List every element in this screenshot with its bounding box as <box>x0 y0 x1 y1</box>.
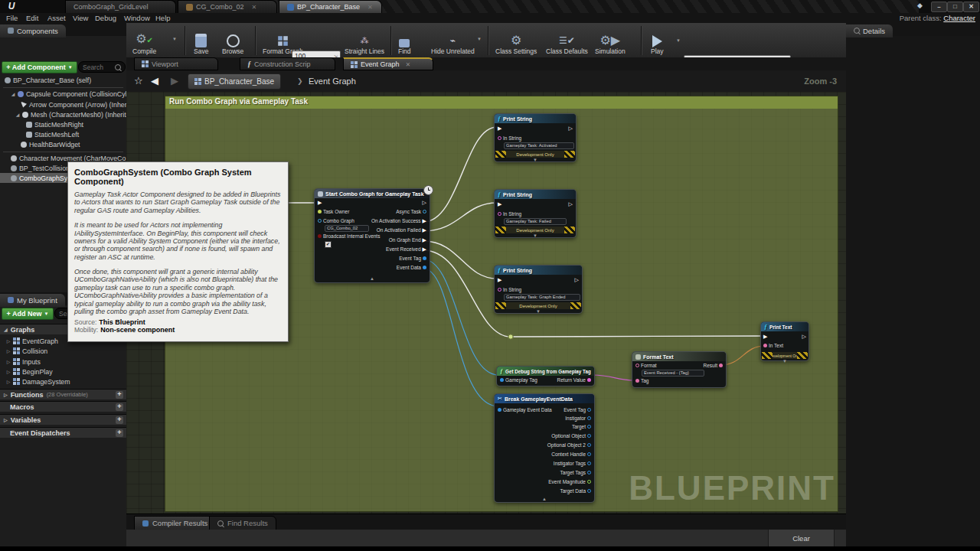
expander-icon[interactable]: ▷ <box>6 359 11 364</box>
maximize-button[interactable]: □ <box>947 2 963 12</box>
tab-find-results[interactable]: Find Results <box>209 516 276 530</box>
in-string-pin[interactable]: In String <box>498 211 521 217</box>
browse-button[interactable]: Browse <box>222 24 243 55</box>
target-data-pin[interactable]: Target Data <box>560 488 591 494</box>
collapse-icon[interactable]: ▼ <box>782 359 787 364</box>
menu-window[interactable]: Window <box>124 14 150 22</box>
breadcrumb-asset[interactable]: BP_Character_Base <box>188 73 281 90</box>
add-new-button[interactable]: + Add New▼ <box>2 308 54 320</box>
event-received-pin[interactable]: ▶Event Received <box>386 246 426 252</box>
return-value-pin[interactable]: Return Value <box>557 377 591 383</box>
optional-object-pin[interactable]: Optional Object <box>551 433 591 439</box>
gameplay-tag-pin[interactable]: Gameplay Tag <box>500 377 537 383</box>
result-pin[interactable]: Result <box>704 363 723 368</box>
event-tag-pin[interactable]: Event Tag <box>399 256 426 261</box>
exec-in-pin[interactable]: ▶ <box>498 277 501 282</box>
find-button[interactable]: Find <box>398 24 411 55</box>
class-settings-button[interactable]: ⚙ Class Settings <box>495 24 537 55</box>
node-get-debug-string[interactable]: ƒ Get Debug String from Gameplay Tag Gam… <box>496 366 595 386</box>
parent-class-link[interactable]: Character <box>943 14 975 22</box>
exec-out-pin[interactable]: ▷ <box>423 200 426 205</box>
graph-row-inputs[interactable]: ▷ Inputs <box>0 357 132 367</box>
collapse-icon[interactable]: ▼ <box>533 158 537 162</box>
combo-graph-pin[interactable]: Combo Graph <box>318 218 354 223</box>
menu-help[interactable]: Help <box>155 14 171 22</box>
exec-out-pin[interactable]: ▷ <box>569 126 573 131</box>
tab-event-graph[interactable]: Event Graph ✕ <box>343 57 433 70</box>
functions-section-header[interactable]: ▷ Functions (28 Overridable) + <box>0 389 126 399</box>
component-row-mesh[interactable]: ◢ Mesh (CharacterMesh0) (Inherited <box>0 109 142 119</box>
component-row-capsule[interactable]: ◢ Capsule Component (CollisionCylin <box>0 89 137 99</box>
menu-edit[interactable]: Edit <box>26 14 38 22</box>
exec-in-pin[interactable]: ▶ <box>763 334 767 339</box>
expander-icon[interactable]: ▷ <box>6 338 11 344</box>
format-field[interactable]: Event Received - {Tag} <box>642 370 704 377</box>
collapse-icon[interactable]: ▼ <box>533 233 537 238</box>
expander-icon[interactable]: ▷ <box>6 379 11 384</box>
variables-section-header[interactable]: ▷ Variables + <box>0 414 126 425</box>
on-activation-success-pin[interactable]: ▶On Activation Success <box>371 218 426 223</box>
target-pin[interactable]: Target <box>572 424 591 429</box>
play-dropdown-icon[interactable]: ▼ <box>676 38 681 43</box>
exec-out-pin[interactable]: ▷ <box>575 277 579 282</box>
in-string-field[interactable]: Gameplay Task: Graph Ended <box>504 294 580 301</box>
format-pin[interactable]: Format <box>635 363 657 368</box>
menu-file[interactable]: File <box>6 14 18 22</box>
clear-button[interactable]: Clear <box>768 530 835 546</box>
details-tab[interactable]: Details <box>846 24 893 37</box>
exec-in-pin[interactable]: ▶ <box>498 126 501 131</box>
instigator-tags-pin[interactable]: Instigator Tags <box>554 461 591 466</box>
component-row-healthbar[interactable]: HealthBarWidget <box>0 139 147 149</box>
dispatchers-section-header[interactable]: Event Dispatchers + <box>0 427 126 438</box>
save-button[interactable]: Save <box>194 24 208 55</box>
add-function-button[interactable]: + <box>116 391 123 399</box>
context-handle-pin[interactable]: Context Handle <box>551 452 591 457</box>
graph-row-beginplay[interactable]: ▷ BeginPlay <box>0 367 132 377</box>
collapse-icon[interactable]: ▼ <box>536 309 541 314</box>
expander-icon[interactable]: ◢ <box>15 112 20 117</box>
collapse-icon[interactable]: ▲ <box>542 497 547 501</box>
node-print-string-activated[interactable]: ƒ Print String ▶ ▷ In String Gameplay Ta… <box>494 113 577 162</box>
in-text-pin[interactable]: In Text <box>763 343 783 348</box>
menu-debug[interactable]: Debug <box>95 14 116 22</box>
node-print-string-graph-ended[interactable]: ƒ Print String ▶ ▷ In String Gameplay Ta… <box>494 265 583 314</box>
in-string-field[interactable]: Gameplay Task: Failed <box>504 218 567 225</box>
node-print-text[interactable]: ƒ Print Text ▶ ▷ In Text Development Onl… <box>760 321 809 361</box>
task-owner-pin[interactable]: Task Owner <box>318 209 349 214</box>
exec-out-pin[interactable]: ▷ <box>569 201 573 207</box>
favorite-star-icon[interactable]: ☆ <box>134 75 143 86</box>
compile-dropdown-icon[interactable]: ▼ <box>172 37 177 41</box>
exec-out-pin[interactable]: ▷ <box>802 334 806 339</box>
menu-asset[interactable]: Asset <box>47 14 66 22</box>
broadcast-checkbox[interactable]: ✔ <box>325 241 332 248</box>
component-row-arrow[interactable]: Arrow Component (Arrow) (Inherit <box>0 99 147 109</box>
app-tab-character[interactable]: BP_Character_Base ✕ <box>279 0 382 13</box>
optional-object-2-pin[interactable]: Optional Object 2 <box>547 442 591 448</box>
node-start-combo-graph[interactable]: Start Combo Graph for Gameplay Task ▶ Ta… <box>314 188 430 283</box>
add-dispatcher-button[interactable]: + <box>116 429 123 437</box>
tag-pin[interactable]: Tag <box>635 378 648 383</box>
exec-in-pin[interactable]: ▶ <box>498 201 501 207</box>
breadcrumb-current[interactable]: Event Graph <box>309 77 356 86</box>
component-row-self[interactable]: BP_Character_Base (self) <box>0 75 131 85</box>
forward-arrow-icon[interactable]: ▶ <box>171 75 178 86</box>
simulation-button[interactable]: ⚙▶ Simulation <box>595 24 626 55</box>
hide-unrelated-dropdown-icon[interactable]: ▼ <box>477 37 482 41</box>
add-macro-button[interactable]: + <box>116 403 123 411</box>
gameplay-event-data-pin[interactable]: Gameplay Event Data <box>498 407 552 412</box>
close-tab-icon[interactable]: ✕ <box>368 4 373 11</box>
target-tags-pin[interactable]: Target Tags <box>560 470 591 475</box>
components-search-input[interactable]: Search <box>78 61 126 73</box>
add-component-button[interactable]: + Add Component▼ <box>2 61 77 73</box>
macros-section-header[interactable]: Macros + <box>0 401 126 412</box>
app-tab-combo[interactable]: CG_Combo_02 ✕ <box>178 0 277 13</box>
combo-graph-select[interactable]: CG_Combo_02 <box>325 225 369 232</box>
add-variable-button[interactable]: + <box>116 416 123 424</box>
straight-lines-button[interactable]: ⁂ Straight Lines <box>345 24 384 55</box>
tab-compiler-results[interactable]: Compiler Results <box>134 516 216 530</box>
graph-row-collision[interactable]: ▷ Collision <box>0 346 132 356</box>
expander-icon[interactable]: ◢ <box>11 91 15 96</box>
tab-construction-script[interactable]: ƒ Construction Scrip <box>240 57 335 70</box>
event-tag-out-pin[interactable]: Event Tag <box>564 407 591 412</box>
menu-view[interactable]: View <box>73 14 88 22</box>
